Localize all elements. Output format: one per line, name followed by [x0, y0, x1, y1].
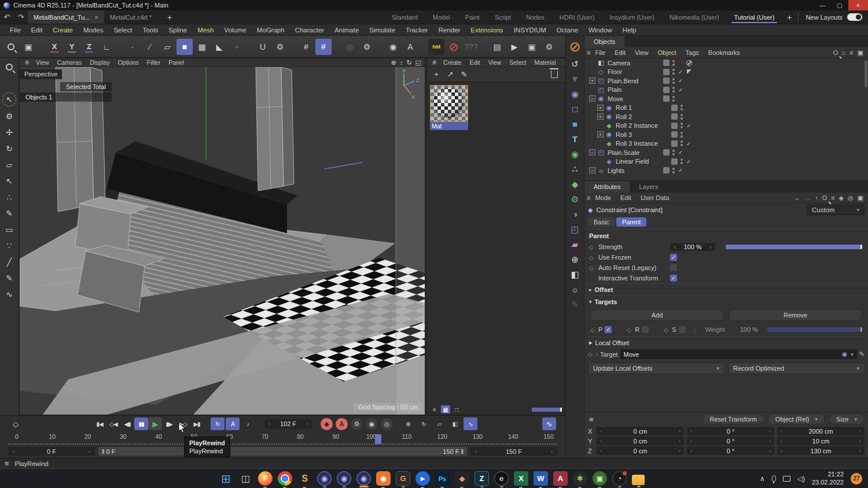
target-link-field[interactable]: Move ◉ ▾: [620, 349, 857, 359]
nm-disabled-button[interactable]: ⊘: [446, 39, 462, 55]
back-icon[interactable]: ←: [795, 194, 801, 201]
search-icon[interactable]: [822, 194, 827, 201]
undo-view-icon[interactable]: ▣: [20, 39, 36, 55]
deformer-button[interactable]: ◰: [568, 222, 583, 236]
objects-menu-item[interactable]: View: [630, 49, 653, 56]
add-target-button[interactable]: Add: [590, 309, 724, 321]
strength-slider[interactable]: [726, 245, 862, 249]
object-tag-icon[interactable]: [686, 60, 692, 66]
keyframe-circle-icon[interactable]: ◇: [589, 265, 595, 271]
enabled-check-icon[interactable]: ✓: [678, 149, 685, 156]
go-to-start-button[interactable]: ▮◀: [93, 417, 106, 430]
layer-swatch[interactable]: [663, 149, 670, 156]
unknown-disabled-button[interactable]: ???: [463, 39, 479, 55]
increment-icon[interactable]: ›: [709, 244, 711, 250]
expand-toggle-icon[interactable]: [597, 158, 604, 165]
range-right-marker[interactable]: 150 F ‖: [443, 448, 464, 455]
lime-app[interactable]: ▣: [593, 471, 607, 486]
scale-field[interactable]: ‹130 cm›: [777, 446, 865, 455]
close-tab-icon[interactable]: ×: [94, 14, 98, 21]
expand-toggle-icon[interactable]: +: [597, 113, 604, 120]
viewport-menu-item[interactable]: Cameras: [53, 59, 86, 66]
layer-swatch[interactable]: [663, 77, 670, 84]
material-name[interactable]: Mat: [430, 122, 468, 130]
attributes-menu-item[interactable]: User Data: [636, 194, 674, 201]
chevron-down-icon[interactable]: ▾: [851, 352, 854, 357]
octane-logo-button[interactable]: ⊘: [568, 38, 583, 56]
position-field[interactable]: ‹0 cm›: [597, 437, 684, 445]
tree-row[interactable]: + Roll 2: [584, 112, 868, 121]
polygons-mode-button[interactable]: ▱: [159, 39, 175, 55]
expand-arrow-icon[interactable]: ›: [596, 352, 598, 357]
expand-toggle-icon[interactable]: −: [589, 95, 595, 102]
range-start-field[interactable]: ‹ 0 F ›: [8, 447, 95, 456]
range-end-value[interactable]: 150 F: [506, 448, 522, 455]
menu-item[interactable]: Tracker: [400, 27, 433, 34]
keyframe-circle-icon[interactable]: ◇: [590, 327, 596, 333]
tab-layers[interactable]: Layers: [630, 181, 667, 193]
hamburger-icon[interactable]: ≡: [431, 58, 438, 66]
spline-object-button[interactable]: □: [568, 102, 583, 116]
strength-value[interactable]: 100 %: [683, 243, 701, 250]
objects-menu-item[interactable]: Bookmarks: [704, 49, 745, 56]
subdivision-surface-button[interactable]: ◉: [568, 147, 583, 161]
workplane-mode-button[interactable]: ◣: [211, 39, 227, 55]
visibility-dots[interactable]: [672, 78, 675, 84]
visibility-dots[interactable]: [681, 141, 683, 146]
object-name[interactable]: Linear Field: [616, 158, 671, 165]
speaker-icon[interactable]: ◁): [797, 475, 805, 483]
cinema4d-app-2[interactable]: ◉: [337, 471, 351, 486]
object-tag-icon[interactable]: [686, 149, 693, 156]
decrement-icon[interactable]: ‹: [13, 449, 14, 454]
targets-group-header[interactable]: ▾ Targets: [584, 295, 868, 308]
visibility-dots[interactable]: [672, 87, 675, 93]
a-solo-button[interactable]: A: [402, 39, 418, 55]
gear-circle-button[interactable]: ⚙: [359, 39, 375, 55]
clock[interactable]: 21:22 23.02.2022: [812, 471, 844, 487]
enabled-check-icon[interactable]: ✓: [678, 167, 685, 173]
lock-y-button[interactable]: Y: [64, 39, 80, 55]
filter-icon[interactable]: ≡: [849, 49, 853, 56]
render-view-button[interactable]: ▤: [489, 39, 505, 55]
line-spline-tool[interactable]: ╱: [1, 254, 17, 269]
find-tool[interactable]: [1, 59, 17, 75]
obs-app[interactable]: ◔: [612, 471, 627, 486]
tree-scrollbar[interactable]: [865, 61, 867, 87]
tree-row[interactable]: Roll 2 Instance ✓: [584, 121, 868, 131]
rotation-field[interactable]: ‹0 °›: [687, 437, 774, 445]
cinema4d-app-1[interactable]: ◉: [317, 471, 332, 486]
volume-builder-button[interactable]: ◆: [568, 177, 583, 191]
layout-tab[interactable]: Insydium (User): [602, 10, 662, 24]
object-tag-icon[interactable]: [686, 87, 693, 93]
object-name[interactable]: Roll 2: [616, 113, 671, 120]
increment-icon[interactable]: ›: [89, 449, 90, 454]
object-tag-icon[interactable]: [694, 158, 701, 165]
object-tag-icon[interactable]: [686, 95, 693, 102]
expand-toggle-icon[interactable]: +: [597, 105, 604, 111]
interactive-transform-checkbox[interactable]: ✓: [670, 275, 677, 282]
expand-toggle-icon[interactable]: [589, 69, 595, 75]
menu-item[interactable]: Volume: [219, 27, 251, 34]
object-tag-icon[interactable]: [694, 123, 701, 129]
strength-field[interactable]: ‹ 100 % ›: [670, 243, 715, 251]
eyedropper-button[interactable]: ✎: [457, 69, 471, 80]
weight-value[interactable]: 100 %: [740, 326, 758, 333]
key-params-button[interactable]: ∿: [464, 417, 477, 430]
delete-material-icon[interactable]: [551, 71, 558, 78]
tree-row[interactable]: − Plain.Scale ✓: [584, 148, 868, 157]
tray-chevron-icon[interactable]: ∧: [760, 475, 765, 483]
layer-swatch[interactable]: [671, 105, 678, 111]
rings-button[interactable]: ◎: [341, 39, 358, 55]
keyframe-progress-button[interactable]: ◎: [381, 418, 393, 430]
menu-item[interactable]: MoGraph: [252, 27, 290, 34]
layer-swatch[interactable]: [671, 113, 678, 120]
object-name[interactable]: Camera: [608, 60, 663, 66]
model-mode-button[interactable]: ■: [176, 39, 193, 55]
home-icon[interactable]: ⌂: [842, 49, 846, 56]
viewport-menu-item[interactable]: Display: [86, 59, 113, 66]
enabled-check-icon[interactable]: ✓: [678, 87, 685, 93]
layer-swatch[interactable]: [663, 69, 670, 75]
layer-swatch[interactable]: [663, 87, 670, 93]
cinema4d-app-active[interactable]: ◉: [356, 471, 371, 486]
keying-settings-button[interactable]: ⚙: [351, 418, 363, 430]
